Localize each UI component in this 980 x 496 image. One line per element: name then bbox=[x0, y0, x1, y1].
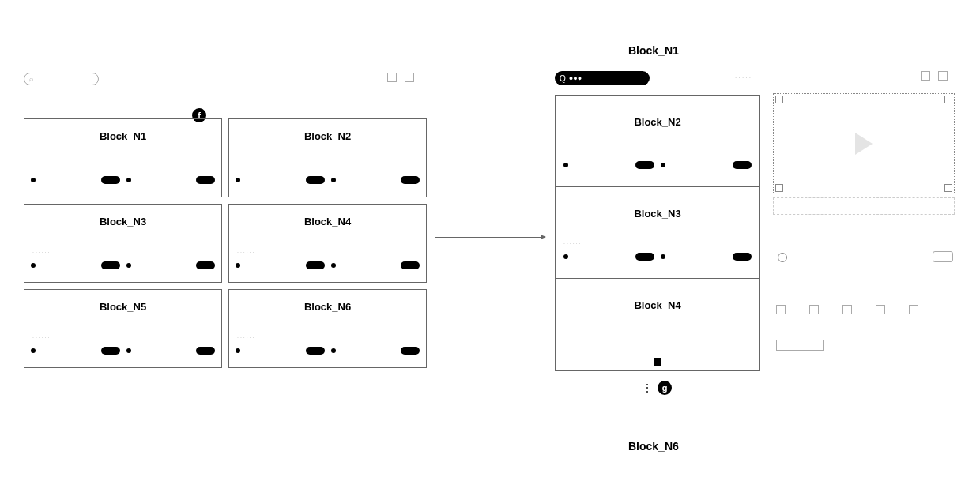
pill-icon bbox=[401, 261, 420, 269]
dot-icon bbox=[331, 348, 336, 353]
list-block-n3[interactable]: Block_N3 · · · · · · bbox=[556, 187, 760, 279]
block-title: Block_N5 bbox=[31, 301, 215, 313]
action-icon-3[interactable] bbox=[842, 305, 852, 314]
bottom-label-n6: Block_N6 bbox=[628, 440, 679, 453]
action-icon-2[interactable] bbox=[809, 305, 819, 314]
block-title: Block_N3 bbox=[562, 208, 753, 220]
block-title: Block_N3 bbox=[31, 216, 215, 227]
dot-icon bbox=[331, 263, 336, 268]
block-meta: · · · · · · bbox=[237, 250, 418, 255]
dot-icon bbox=[661, 163, 665, 167]
annotation-badge-g: g bbox=[658, 381, 672, 395]
grid-icon[interactable] bbox=[387, 73, 397, 82]
list-block-n4[interactable]: Block_N4 · · · · · · bbox=[556, 279, 760, 370]
dot-icon bbox=[236, 263, 240, 268]
block-title: Block_N4 bbox=[236, 216, 420, 227]
crop-corner-icon bbox=[944, 96, 952, 103]
search-input-right[interactable]: Q ●●● bbox=[555, 71, 650, 85]
dot-icon bbox=[236, 178, 240, 182]
expand-icon[interactable] bbox=[405, 73, 414, 82]
block-row bbox=[31, 347, 215, 355]
block-meta: · · · · · · bbox=[564, 241, 752, 246]
vertical-dots-icon: ⋮ bbox=[642, 381, 651, 394]
block-row bbox=[31, 261, 215, 269]
action-icon-row bbox=[776, 305, 918, 314]
top-label-n1: Block_N1 bbox=[628, 44, 679, 57]
pill-icon bbox=[196, 176, 215, 184]
block-meta: · · · · · · bbox=[564, 333, 752, 339]
pill-icon bbox=[101, 176, 120, 184]
grid-icon[interactable] bbox=[921, 71, 930, 81]
block-meta: · · · · · · bbox=[564, 149, 752, 155]
pill-icon bbox=[635, 253, 654, 261]
block-n3[interactable]: Block_N3 · · · · · · bbox=[24, 204, 222, 283]
block-n1[interactable]: Block_N1 · · · · · · bbox=[24, 118, 222, 197]
pill-icon bbox=[733, 253, 752, 261]
action-icon-5[interactable] bbox=[909, 305, 918, 314]
pill-icon bbox=[196, 261, 215, 269]
play-icon bbox=[855, 133, 873, 155]
left-top-icons bbox=[387, 73, 414, 82]
block-meta: · · · · · · bbox=[237, 164, 418, 170]
left-grid: Block_N1 · · · · · · Block_N2 · · · · · … bbox=[24, 118, 427, 368]
expand-icon[interactable] bbox=[938, 71, 948, 81]
dot-icon bbox=[31, 348, 36, 353]
crop-corner-icon bbox=[775, 96, 783, 103]
dot-icon bbox=[31, 263, 36, 268]
pill-icon bbox=[196, 347, 215, 355]
block-meta: · · · · · · bbox=[32, 250, 213, 255]
block-title: Block_N2 bbox=[236, 130, 420, 142]
dot-icon bbox=[331, 178, 336, 182]
action-icon-4[interactable] bbox=[876, 305, 885, 314]
pill-icon bbox=[101, 347, 120, 355]
pill-icon bbox=[306, 176, 325, 184]
pill-icon bbox=[401, 347, 420, 355]
dot-icon bbox=[236, 348, 240, 353]
block-row bbox=[236, 176, 420, 184]
pill-icon bbox=[401, 176, 420, 184]
search-input-left[interactable]: ⌕ bbox=[24, 73, 99, 85]
dot-icon bbox=[661, 254, 665, 259]
block-n5[interactable]: Block_N5 · · · · · · bbox=[24, 289, 222, 368]
crop-corner-icon bbox=[944, 184, 952, 192]
tag-pill[interactable] bbox=[933, 251, 953, 262]
pill-icon bbox=[635, 161, 654, 169]
crop-corner-icon bbox=[775, 184, 783, 192]
pill-icon bbox=[306, 347, 325, 355]
block-title: Block_N2 bbox=[562, 116, 753, 128]
right-top-icons bbox=[921, 71, 948, 81]
video-preview-card[interactable] bbox=[773, 93, 955, 194]
small-input-field[interactable] bbox=[776, 340, 824, 351]
action-icon-1[interactable] bbox=[776, 305, 786, 314]
radio-option[interactable] bbox=[778, 253, 787, 262]
block-row bbox=[236, 347, 420, 355]
right-header-meta: · · · · · bbox=[735, 74, 751, 81]
block-row bbox=[564, 253, 752, 261]
block-n6[interactable]: Block_N6 · · · · · · bbox=[228, 289, 427, 368]
dot-icon bbox=[31, 178, 36, 182]
block-meta: · · · · · · bbox=[32, 335, 213, 340]
annotation-g-row: ⋮ g bbox=[642, 381, 672, 395]
video-caption-field bbox=[773, 197, 955, 215]
list-block-n2[interactable]: Block_N2 · · · · · · bbox=[556, 96, 760, 187]
search-icon: Q bbox=[560, 74, 566, 83]
block-n2[interactable]: Block_N2 · · · · · · bbox=[228, 118, 427, 197]
block-row bbox=[236, 261, 420, 269]
transition-arrow bbox=[435, 237, 545, 238]
block-meta: · · · · · · bbox=[237, 335, 418, 340]
radio-option-row bbox=[778, 253, 787, 262]
pill-icon bbox=[306, 261, 325, 269]
block-row bbox=[31, 176, 215, 184]
block-title: Block_N1 bbox=[31, 130, 215, 142]
dot-icon bbox=[126, 178, 131, 182]
selected-marker-icon bbox=[654, 358, 662, 366]
pill-icon bbox=[733, 161, 752, 169]
block-title: Block_N4 bbox=[562, 299, 753, 311]
block-n4[interactable]: Block_N4 · · · · · · bbox=[228, 204, 427, 283]
block-title: Block_N6 bbox=[236, 301, 420, 313]
right-list: Block_N2 · · · · · · Block_N3 · · · · · … bbox=[555, 95, 760, 371]
search-text: ●●● bbox=[569, 74, 582, 82]
block-row bbox=[564, 161, 752, 169]
dot-icon bbox=[126, 263, 131, 268]
block-meta: · · · · · · bbox=[32, 164, 213, 170]
